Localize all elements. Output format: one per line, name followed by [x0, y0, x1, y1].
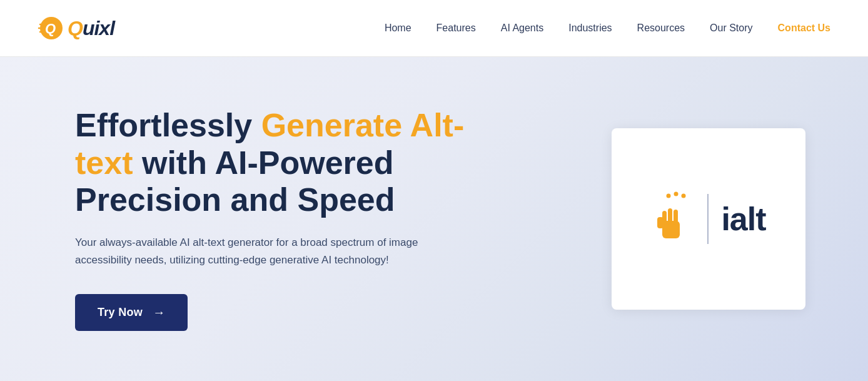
header: Q Quixl Home Features AI Agents Industri…: [0, 0, 868, 57]
hero-section: Effortlessly Generate Alt-text with AI-P…: [0, 57, 868, 381]
hero-title-plain: Effortlessly: [75, 107, 261, 143]
hero-content: Effortlessly Generate Alt-text with AI-P…: [75, 107, 475, 331]
svg-rect-12: [657, 217, 664, 228]
hero-subtitle: Your always-available AI alt-text genera…: [75, 234, 425, 269]
nav-ai-agents[interactable]: AI Agents: [501, 23, 544, 34]
svg-point-7: [682, 194, 686, 198]
ialt-card: ialt: [612, 128, 805, 310]
ialt-inner: ialt: [651, 191, 765, 247]
try-now-button[interactable]: Try Now →: [75, 294, 188, 331]
logo[interactable]: Q Quixl: [38, 14, 114, 42]
hero-title: Effortlessly Generate Alt-text with AI-P…: [75, 107, 475, 219]
try-now-label: Try Now: [98, 306, 143, 319]
main-nav: Home Features AI Agents Industries Resou…: [385, 23, 830, 34]
svg-text:Q: Q: [45, 21, 56, 36]
svg-point-5: [667, 194, 671, 198]
hand-pointer-icon: [651, 191, 695, 247]
logo-icon: Q: [38, 14, 65, 42]
nav-features[interactable]: Features: [437, 23, 476, 34]
logo-text: Quixl: [68, 17, 114, 40]
ialt-text: ialt: [721, 200, 765, 238]
nav-our-story[interactable]: Our Story: [710, 23, 752, 34]
nav-contact-us[interactable]: Contact Us: [778, 23, 830, 34]
nav-resources[interactable]: Resources: [637, 23, 685, 34]
nav-industries[interactable]: Industries: [568, 23, 612, 34]
nav-home[interactable]: Home: [385, 23, 411, 34]
arrow-icon: →: [153, 305, 165, 320]
ialt-divider: [707, 194, 709, 244]
svg-rect-10: [668, 208, 672, 225]
svg-point-6: [674, 192, 679, 196]
svg-rect-11: [674, 210, 678, 225]
